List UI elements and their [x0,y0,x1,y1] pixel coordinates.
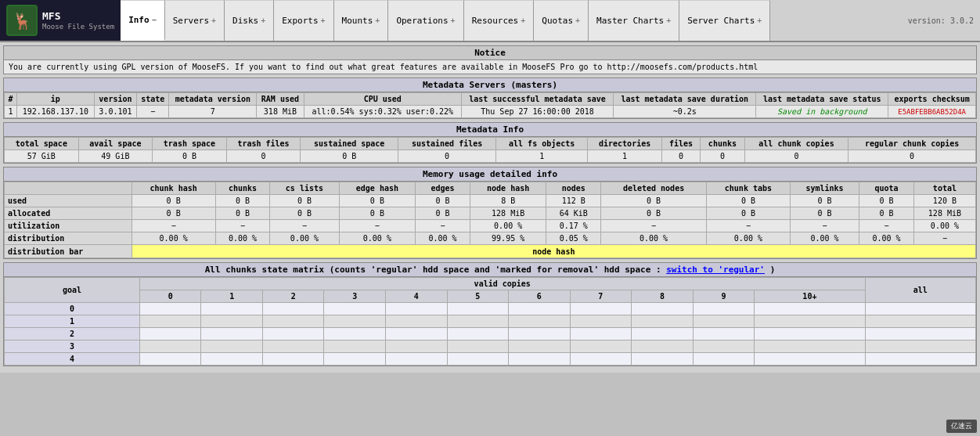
notice-box: Notice You are currently using GPL versi… [3,45,977,74]
nav-item-resources[interactable]: Resources + [464,0,535,41]
chunk-matrix-title: All chunks state matrix (counts 'regular… [4,263,976,277]
notice-text: You are currently using GPL version of M… [9,63,758,71]
nav-items: Info −Servers +Disks +Exports +Mounts +O… [121,0,902,41]
nav-item-mounts[interactable]: Mounts + [334,0,389,41]
metadata-info-title: Metadata Info [4,123,976,137]
table-row: allocated0 B0 B0 B0 B0 B128 MiB64 KiB0 B… [5,207,976,220]
switch-regular-link[interactable]: switch to 'regular' [666,265,765,275]
logo-subtitle: Moose File System [42,23,114,31]
svg-text:🦌: 🦌 [13,12,32,31]
notice-title: Notice [4,46,976,60]
logo-text-area: MFS Moose File System [42,10,114,31]
top-navigation: 🦌 MFS Moose File System Info −Servers +D… [0,0,980,42]
table-row: 2 [5,328,976,341]
chunk-title-suffix: ) [770,265,776,275]
memory-usage-title: Memory usage detailed info [4,168,976,182]
metadata-info-table: total spaceavail spacetrash spacetrash f… [4,137,976,163]
version-display: version: 3.0.2 [902,0,980,41]
table-row: distribution barnode hash [5,245,976,258]
logo-icon: 🦌 [6,5,38,36]
metadata-servers-section: Metadata Servers (masters) #ipversionsta… [3,77,977,119]
metadata-servers-table: #ipversionstatemetadata versionRAM usedC… [4,92,976,118]
table-row: utilization−−−−−0.00 %0.17 %−−−−0.00 % [5,220,976,232]
table-row: 3 [5,341,976,353]
memory-usage-section: Memory usage detailed info chunk hashchu… [3,167,977,259]
table-row: distribution0.00 %0.00 %0.00 %0.00 %0.00… [5,232,976,245]
notice-body: You are currently using GPL version of M… [4,60,976,74]
logo-area: 🦌 MFS Moose File System [0,0,121,41]
nav-item-quotas[interactable]: Quotas + [534,0,589,41]
nav-item-operations[interactable]: Operations + [388,0,463,41]
table-row: 1 [5,315,976,328]
nav-item-exports[interactable]: Exports + [274,0,333,41]
nav-item-info[interactable]: Info − [121,0,165,41]
chunk-matrix-table: goalvalid copiesall012345678910+ 01234 [4,277,976,366]
chunk-matrix-section: All chunks state matrix (counts 'regular… [3,262,977,366]
table-row: 4 [5,353,976,366]
main-content: Notice You are currently using GPL versi… [0,42,980,373]
table-row: 57 GiB49 GiB0 B00 B0110000 [5,150,976,163]
logo-name: MFS [42,10,114,23]
nav-item-server-charts[interactable]: Server Charts + [679,0,770,41]
metadata-info-section: Metadata Info total spaceavail spacetras… [3,122,977,164]
table-row: 0 [5,303,976,315]
chunk-title-prefix: All chunks state matrix (counts 'regular… [205,265,666,275]
metadata-servers-title: Metadata Servers (masters) [4,78,976,92]
table-row: used0 B0 B0 B0 B0 B8 B112 B0 B0 B0 B0 B1… [5,195,976,207]
nav-item-disks[interactable]: Disks + [225,0,274,41]
nav-item-master-charts[interactable]: Master Charts + [589,0,679,41]
memory-usage-table: chunk hashchunkscs listsedge hashedgesno… [4,182,976,258]
table-row: 1192.168.137.103.0.101−7318 MiBall:0.54%… [5,106,976,118]
nav-item-servers[interactable]: Servers + [165,0,225,41]
